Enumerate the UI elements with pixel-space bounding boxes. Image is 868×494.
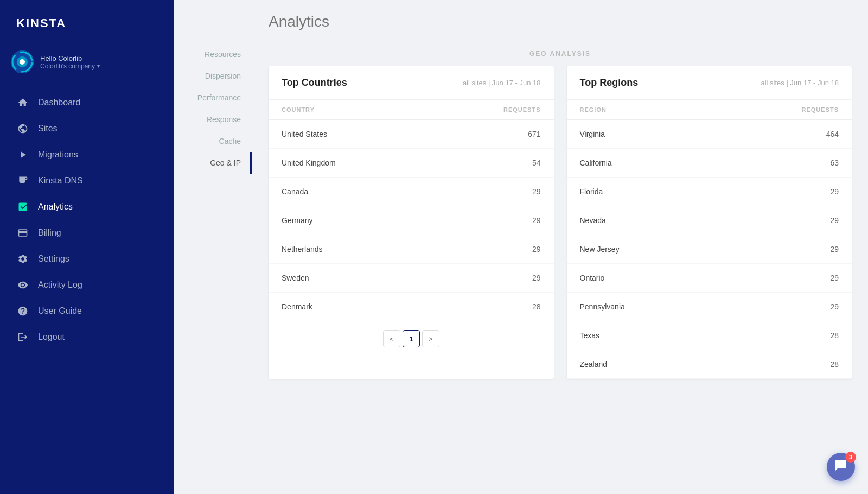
region-name: Ontario — [567, 264, 718, 293]
table-row: New Jersey 29 — [567, 235, 852, 264]
country-name: Denmark — [269, 293, 428, 321]
table-row: Texas 28 — [567, 321, 852, 350]
country-requests: 29 — [428, 235, 554, 264]
migrations-icon — [16, 149, 29, 160]
table-row: Denmark 28 — [269, 293, 554, 321]
region-name: California — [567, 149, 718, 178]
current-page-button[interactable]: 1 — [403, 330, 420, 347]
table-row: Virginia 464 — [567, 120, 852, 149]
next-page-button[interactable]: > — [422, 330, 439, 347]
table-row: Nevada 29 — [567, 206, 852, 235]
country-requests: 671 — [428, 120, 554, 149]
table-row: Germany 29 — [269, 206, 554, 235]
page-title: Analytics — [269, 13, 852, 30]
table-row: Florida 29 — [567, 178, 852, 206]
sidebar-item-label: Settings — [38, 254, 69, 264]
region-requests: 63 — [718, 149, 852, 178]
sub-nav-dispersion[interactable]: Dispersion — [174, 65, 252, 87]
country-requests: 29 — [428, 264, 554, 293]
table-row: Canada 29 — [269, 178, 554, 206]
sidebar-item-label: Logout — [38, 332, 65, 342]
country-name: Netherlands — [269, 235, 428, 264]
table-row: Netherlands 29 — [269, 235, 554, 264]
table-row: Sweden 29 — [269, 264, 554, 293]
sidebar-item-migrations[interactable]: Migrations — [0, 142, 174, 168]
sites-icon — [16, 123, 29, 134]
user-section[interactable]: Hello Colorlib Colorlib's company ▾ — [0, 45, 174, 84]
user-info: Hello Colorlib Colorlib's company ▾ — [40, 54, 163, 70]
region-name: Texas — [567, 321, 718, 350]
country-name: Sweden — [269, 264, 428, 293]
regions-table: REGION REQUESTS Virginia 464 California … — [567, 100, 852, 379]
prev-page-button[interactable]: < — [383, 330, 400, 347]
country-name: Canada — [269, 178, 428, 206]
sub-navigation: Resources Dispersion Performance Respons… — [174, 0, 252, 494]
sidebar-item-label: Dashboard — [38, 98, 80, 107]
region-requests: 28 — [718, 350, 852, 379]
sub-nav-response[interactable]: Response — [174, 109, 252, 130]
sidebar-item-label: Billing — [38, 228, 61, 238]
sidebar-item-label: Activity Log — [38, 280, 82, 290]
region-requests-col-header: REQUESTS — [718, 100, 852, 120]
country-requests: 28 — [428, 293, 554, 321]
region-name: Virginia — [567, 120, 718, 149]
region-requests: 29 — [718, 293, 852, 321]
billing-icon — [16, 227, 29, 238]
guide-icon — [16, 306, 29, 316]
region-name: Zealand — [567, 350, 718, 379]
svg-point-4 — [20, 59, 25, 65]
user-company: Colorlib's company ▾ — [40, 62, 163, 70]
main-content: Analytics GEO ANALYSIS Top Countries all… — [252, 0, 868, 494]
sidebar-item-dashboard[interactable]: Dashboard — [0, 90, 174, 116]
countries-table-wrapper: COUNTRY REQUESTS United States 671 Unite… — [269, 100, 554, 321]
avatar — [11, 50, 34, 73]
region-requests: 29 — [718, 235, 852, 264]
countries-table: COUNTRY REQUESTS United States 671 Unite… — [269, 100, 554, 321]
sub-nav-geo-ip[interactable]: Geo & IP — [174, 152, 252, 174]
region-name: Pennsylvania — [567, 293, 718, 321]
chat-icon — [834, 459, 847, 475]
dns-icon — [16, 175, 29, 186]
chat-bubble[interactable]: 3 — [827, 453, 855, 481]
sidebar-item-logout[interactable]: Logout — [0, 324, 174, 350]
sidebar-item-activity-log[interactable]: Activity Log — [0, 272, 174, 298]
tables-row: Top Countries all sites | Jun 17 - Jun 1… — [269, 66, 852, 379]
country-name: United Kingdom — [269, 149, 428, 178]
sidebar-item-user-guide[interactable]: User Guide — [0, 298, 174, 324]
svg-text:KINSTA: KINSTA — [16, 16, 66, 30]
activity-icon — [16, 280, 29, 290]
top-regions-meta: all sites | Jun 17 - Jun 18 — [761, 79, 839, 87]
top-countries-meta: all sites | Jun 17 - Jun 18 — [463, 79, 541, 87]
sidebar: KINSTA Hello Colorlib Colorlib's company… — [0, 0, 174, 494]
sub-nav-cache[interactable]: Cache — [174, 130, 252, 152]
table-row: United Kingdom 54 — [269, 149, 554, 178]
table-row: United States 671 — [269, 120, 554, 149]
country-requests-col-header: REQUESTS — [428, 100, 554, 120]
regions-table-wrapper: REGION REQUESTS Virginia 464 California … — [567, 100, 852, 379]
region-requests: 29 — [718, 264, 852, 293]
sidebar-item-settings[interactable]: Settings — [0, 246, 174, 272]
chevron-down-icon: ▾ — [97, 63, 100, 69]
country-requests: 54 — [428, 149, 554, 178]
country-name: Germany — [269, 206, 428, 235]
nav-list: Dashboard Sites Migrations Kinsta DNS An… — [0, 84, 174, 494]
sidebar-item-label: Migrations — [38, 150, 78, 160]
table-row: California 63 — [567, 149, 852, 178]
top-countries-card: Top Countries all sites | Jun 17 - Jun 1… — [269, 66, 554, 379]
sidebar-item-billing[interactable]: Billing — [0, 220, 174, 246]
sidebar-item-kinsta-dns[interactable]: Kinsta DNS — [0, 168, 174, 194]
country-requests: 29 — [428, 178, 554, 206]
sidebar-item-label: User Guide — [38, 306, 82, 316]
sidebar-item-sites[interactable]: Sites — [0, 116, 174, 142]
sub-nav-resources[interactable]: Resources — [174, 43, 252, 65]
country-col-header: COUNTRY — [269, 100, 428, 120]
sidebar-item-label: Analytics — [38, 202, 73, 212]
sidebar-item-analytics[interactable]: Analytics — [0, 194, 174, 220]
analytics-icon — [16, 201, 29, 212]
settings-icon — [16, 254, 29, 264]
top-regions-card: Top Regions all sites | Jun 17 - Jun 18 … — [567, 66, 852, 379]
country-name: United States — [269, 120, 428, 149]
sub-nav-performance[interactable]: Performance — [174, 87, 252, 109]
region-requests: 29 — [718, 178, 852, 206]
user-name: Hello Colorlib — [40, 54, 163, 62]
